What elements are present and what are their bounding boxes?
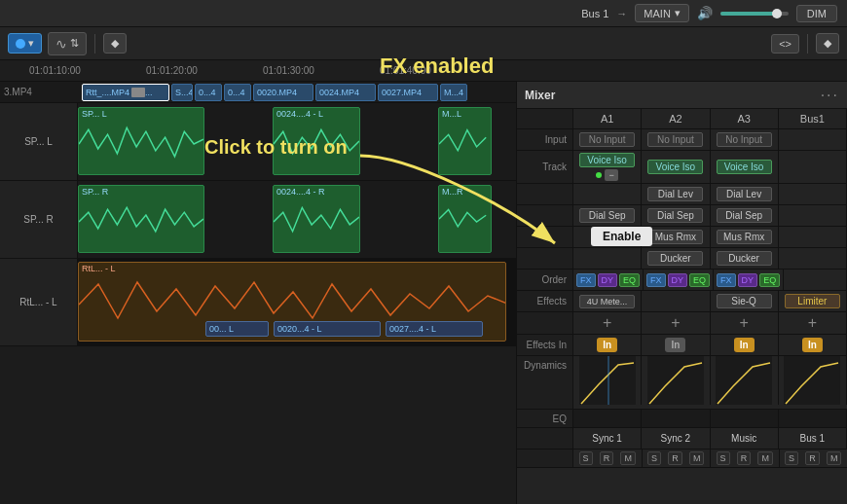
fx-menu-dots[interactable]: ··· [821, 87, 839, 104]
ducker-a2[interactable]: Ducker [647, 251, 703, 266]
sub-clip-00l[interactable]: 00... L [205, 321, 269, 337]
voice-iso-a1[interactable]: Voice Iso [579, 153, 635, 167]
track-row-label: Track [517, 151, 573, 183]
clip-0027[interactable]: 0027.MP4 [378, 84, 438, 101]
link-button[interactable]: <> [771, 34, 799, 54]
bus-label: Bus 1 [581, 8, 608, 19]
voice-iso-minus-a1[interactable]: − [605, 169, 617, 181]
effect-limiter-bus1[interactable]: Limiter [785, 294, 840, 308]
order-fx-a2[interactable]: FX [646, 273, 666, 287]
plus-btn-a1[interactable]: + [603, 314, 611, 332]
order-fx-a3[interactable]: FX [717, 273, 736, 287]
order-dy-a1[interactable]: DY [598, 273, 618, 287]
dial-lev-a2[interactable]: Dial Lev [647, 187, 703, 201]
effect-sieq-a3[interactable]: Sie-Q [717, 294, 772, 308]
dial-sep-a3[interactable]: Dial Sep [717, 208, 772, 223]
fx-cell-effects-a1: 4U Mete... [573, 291, 642, 311]
dial-sep-a1[interactable]: Dial Sep [579, 208, 635, 223]
waveform-sp-r-1[interactable]: SP... R [78, 185, 204, 253]
fx-cell-dialsep-a2: Dial Sep [642, 205, 710, 226]
waveform-sp-l-3[interactable]: M...L [438, 107, 492, 175]
dim-button[interactable]: DIM [796, 5, 837, 22]
fx-dialsep-row: Dial Sep Dial Sep Dial Sep [517, 205, 847, 227]
sub-clip-0027l[interactable]: 0027....4 - L [386, 321, 483, 337]
fx-col-a3: A3 [711, 109, 779, 128]
fx-cell-diallev-bus1 [779, 184, 847, 204]
clip-m[interactable]: M...4 [440, 84, 467, 101]
order-dy-a2[interactable]: DY [668, 273, 688, 287]
plus-btn-a2[interactable]: + [671, 314, 680, 332]
fx-cell-in-a1: In [573, 335, 642, 355]
in-btn-a2[interactable]: In [665, 338, 685, 352]
srm-m-a3[interactable]: M [757, 451, 773, 465]
waveform-sp-r-3[interactable]: M...R [438, 185, 492, 253]
plus-btn-bus1[interactable]: + [808, 314, 817, 332]
main-button[interactable]: MAIN ▾ [635, 4, 689, 22]
clip-rlt-mp4[interactable]: Rtt_....MP4 ... [82, 84, 169, 101]
mus-rmx-a3[interactable]: Mus Rmx [717, 230, 772, 244]
ducker-a3[interactable]: Ducker [717, 251, 772, 266]
in-btn-bus1[interactable]: In [802, 338, 823, 352]
srm-r-bus1[interactable]: R [805, 451, 820, 465]
waveform-sp-l-2[interactable]: 0024....4 - L [273, 107, 360, 175]
order-fx-a1[interactable]: FX [576, 273, 596, 287]
clip-0020[interactable]: 0020.MP4 [253, 84, 313, 101]
waveform-sp-l-1[interactable]: SP... L [78, 107, 204, 175]
dial-lev-a3[interactable]: Dial Lev [717, 187, 772, 201]
bus-arrow-icon: → [616, 8, 627, 19]
no-input-a2[interactable]: No Input [647, 132, 703, 147]
waveform-button[interactable]: ∿ ⇅ [48, 32, 87, 55]
in-btn-a3[interactable]: In [734, 338, 755, 352]
dynamics-chart-a1 [579, 356, 636, 405]
srm-row-label [517, 450, 573, 467]
srm-m-a2[interactable]: M [689, 451, 705, 465]
in-btn-a1[interactable]: In [597, 338, 617, 352]
no-input-a1[interactable]: No Input [579, 132, 635, 147]
top-bar: Bus 1 → MAIN ▾ 🔊 DIM [0, 0, 847, 27]
fx-cell-ducker-bus1 [779, 248, 847, 269]
track-sp-l-label: SP... L [0, 103, 78, 180]
mode-button[interactable]: ▾ [8, 33, 42, 54]
waveform-sp-r-2[interactable]: 0024....4 - R [273, 185, 360, 253]
clip-0024[interactable]: 0024.MP4 [315, 84, 376, 101]
srm-s-bus1[interactable]: S [785, 451, 798, 465]
waveform-rtl-l-1[interactable]: RtL... - L 00... L 0020...4 - L 0027....… [78, 262, 506, 342]
fx-cell-dynamics-a2 [642, 356, 710, 405]
srm-m-a1[interactable]: M [620, 451, 636, 465]
order-eq-a3[interactable]: EQ [759, 273, 780, 287]
dial-sep-a2[interactable]: Dial Sep [647, 208, 703, 223]
clip-0-1[interactable]: 0...4 [195, 84, 222, 101]
order-dy-a3[interactable]: DY [738, 273, 758, 287]
timeline-mark-2: 01:01:20:00 [146, 60, 198, 81]
clip-0-2[interactable]: 0...4 [224, 84, 251, 101]
no-input-a3[interactable]: No Input [717, 132, 772, 147]
cursor-button[interactable]: ◆ [816, 33, 839, 54]
voice-iso-a2[interactable]: Voice Iso [647, 160, 703, 174]
waveform-svg-m-r [439, 198, 491, 246]
track-sp-l: SP... L SP... L 0024....4 - L M...L [0, 103, 516, 181]
plus-row-label [517, 312, 573, 334]
srm-r-a3[interactable]: R [737, 451, 752, 465]
sync-2-label: Sync 2 [661, 433, 691, 444]
order-eq-a1[interactable]: EQ [619, 273, 640, 287]
order-eq-a2[interactable]: EQ [689, 273, 710, 287]
plus-btn-a3[interactable]: + [739, 314, 748, 332]
track-rtl-l-label: RtL... - L [0, 259, 78, 345]
volume-slider[interactable] [720, 12, 789, 16]
mus-rmx-a2[interactable]: Mus Rmx [647, 230, 703, 244]
main-content: 3.MP4 Rtt_....MP4 ... S...4 0...4 0...4 … [0, 82, 847, 504]
effect-4u-a1[interactable]: 4U Mete... [579, 295, 635, 308]
voice-iso-a3[interactable]: Voice Iso [717, 160, 772, 174]
timeline-bar[interactable]: 01:01:10:00 01:01:20:00 01:01:30:00 01:0… [0, 60, 847, 82]
clip-s[interactable]: S...4 [171, 84, 193, 101]
srm-r-a1[interactable]: R [600, 451, 614, 465]
order-btns-a1: FX DY EQ [576, 273, 640, 287]
srm-s-a3[interactable]: S [717, 451, 730, 465]
sub-clip-0020l[interactable]: 0020...4 - L [274, 321, 381, 337]
srm-m-bus1[interactable]: M [827, 451, 842, 465]
srm-r-a2[interactable]: R [668, 451, 682, 465]
waveform-icon: ∿ [55, 36, 67, 52]
srm-s-a2[interactable]: S [647, 451, 661, 465]
srm-s-a1[interactable]: S [579, 451, 593, 465]
play-button[interactable]: ◆ [103, 33, 127, 54]
